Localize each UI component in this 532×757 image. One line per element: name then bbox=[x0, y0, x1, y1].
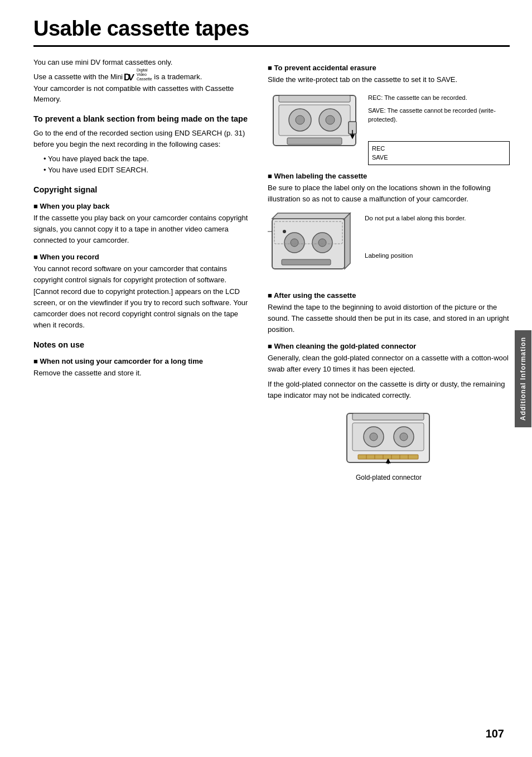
page-title: Usable cassette tapes bbox=[33, 17, 510, 47]
dv-logo: Mini D V DigitalVideoCassette bbox=[110, 68, 152, 82]
svg-rect-9 bbox=[287, 138, 342, 144]
subsec-notusing-heading: When not using your camcorder for a long… bbox=[33, 357, 251, 365]
subsec-record-heading: When you record bbox=[33, 253, 251, 261]
section1-heading: To prevent a blank section from being ma… bbox=[33, 114, 251, 124]
svg-point-6 bbox=[296, 115, 304, 124]
page: Usable cassette tapes You can use mini D… bbox=[0, 0, 532, 757]
cassette-label-svg bbox=[268, 210, 357, 285]
section1-body: Go to the end of the recorded section us… bbox=[33, 128, 251, 150]
section3-heading: Notes on use bbox=[33, 340, 251, 350]
left-column: You can use mini DV format cassettes onl… bbox=[33, 57, 251, 486]
intro-text-3: is a trademark. bbox=[154, 73, 202, 81]
sidebar-label: Additional Information bbox=[515, 330, 531, 427]
subsec-record-body: You cannot record software on your camco… bbox=[33, 263, 251, 331]
bullet-1: You have played back the tape. bbox=[39, 153, 251, 165]
svg-marker-14 bbox=[345, 213, 350, 269]
page-number: 107 bbox=[486, 727, 504, 740]
subsec-labeling-body: Be sure to place the label only on the l… bbox=[268, 182, 510, 205]
label-annotations: Do not put a label along this border. La… bbox=[365, 210, 510, 264]
svg-point-8 bbox=[326, 115, 335, 124]
intro-text-1: You can use mini DV format cassettes onl… bbox=[33, 58, 172, 66]
subsec-labeling-heading: When labeling the cassette bbox=[268, 172, 510, 180]
svg-marker-13 bbox=[272, 213, 350, 219]
cassette-top-svg bbox=[268, 91, 362, 154]
dv-mini-icon: D V bbox=[124, 72, 136, 82]
dv-small-text: DigitalVideoCassette bbox=[137, 68, 152, 82]
cassette-bottom-diagram: Gold-plated connector bbox=[268, 409, 510, 483]
intro-text-4: Your camcorder is not compatible with ca… bbox=[33, 84, 234, 104]
rec-label: REC bbox=[372, 145, 385, 152]
svg-text:V: V bbox=[128, 72, 135, 82]
subsec-after-body: Rewind the tape to the beginning to avoi… bbox=[268, 302, 510, 335]
section2-heading: Copyright signal bbox=[33, 185, 251, 195]
subsec-erasure-body: Slide the write-protect tab on the casse… bbox=[268, 74, 510, 85]
intro-paragraph: You can use mini DV format cassettes onl… bbox=[33, 57, 251, 105]
subsec-playback-heading: When you play back bbox=[33, 202, 251, 210]
save-desc: SAVE: The cassette cannot be recorded (w… bbox=[368, 106, 510, 124]
svg-rect-3 bbox=[279, 95, 350, 102]
subsec-erasure-heading: To prevent accidental erasure bbox=[268, 64, 510, 72]
svg-point-21 bbox=[283, 230, 286, 233]
svg-rect-19 bbox=[282, 259, 331, 265]
bullet-2: You have used EDIT SEARCH. bbox=[39, 165, 251, 176]
cassette-label-diagram: Do not put a label along this border. La… bbox=[268, 210, 510, 285]
gold-connector-label: Gold-plated connector bbox=[268, 472, 510, 483]
svg-point-16 bbox=[291, 239, 298, 247]
cassette-rec-save-area: REC: The cassette can be recorded. SAVE:… bbox=[368, 91, 510, 165]
label-border-note: Do not put a label along this border. bbox=[365, 214, 510, 223]
svg-rect-30 bbox=[358, 455, 418, 459]
intro-text-2: Use a cassette with the bbox=[33, 73, 108, 81]
cassette-diagram-top: REC: The cassette can be recorded. SAVE:… bbox=[268, 91, 510, 165]
dv-mini-label: Mini bbox=[110, 72, 123, 82]
save-label: SAVE bbox=[372, 154, 388, 161]
subsec-cleaning-heading: When cleaning the gold-plated connector bbox=[268, 342, 510, 350]
svg-point-27 bbox=[370, 433, 378, 441]
rec-desc: REC: The cassette can be recorded. bbox=[368, 93, 510, 103]
right-column: To prevent accidental erasure Slide the … bbox=[268, 57, 510, 486]
svg-rect-24 bbox=[352, 413, 424, 420]
subsec-cleaning-body2: If the gold-plated connector on the cass… bbox=[268, 379, 510, 401]
subsec-notusing-body: Remove the cassette and store it. bbox=[33, 368, 251, 379]
section1-bullets: You have played back the tape. You have … bbox=[39, 153, 251, 176]
sidebar-additional-info: Additional Information bbox=[514, 0, 532, 757]
subsec-playback-body: If the cassette you play back on your ca… bbox=[33, 213, 251, 246]
rec-save-box: REC SAVE bbox=[368, 141, 510, 165]
svg-point-18 bbox=[318, 239, 326, 247]
subsec-cleaning-body1: Generally, clean the gold-plated connect… bbox=[268, 353, 510, 375]
subsec-after-heading: After using the cassette bbox=[268, 291, 510, 300]
label-position-note: Labeling position bbox=[365, 251, 510, 261]
svg-point-29 bbox=[400, 433, 408, 441]
